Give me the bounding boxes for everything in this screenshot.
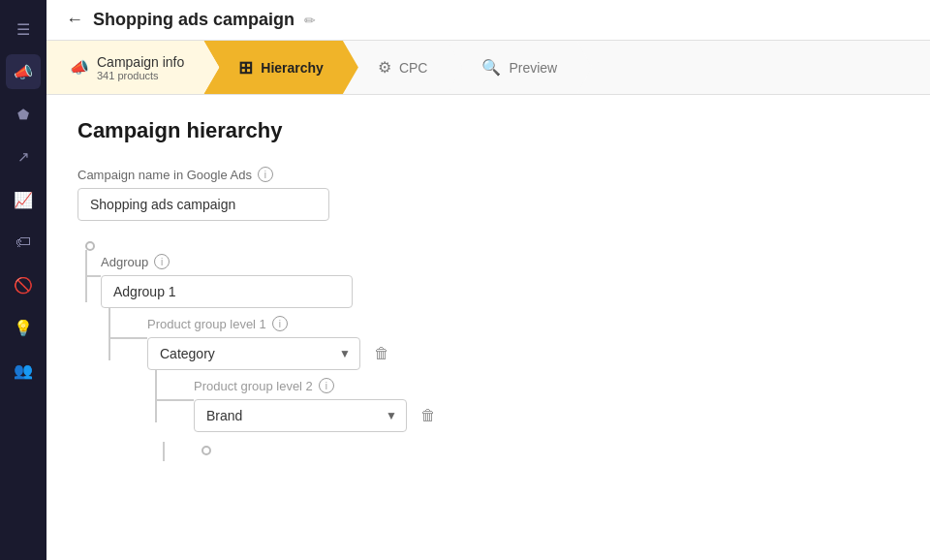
- product-group-1-select-wrapper: Category Brand Condition Item ID Product…: [147, 337, 360, 370]
- campaign-info-sublabel: 341 products: [97, 70, 184, 81]
- main-panel: ← Shopping ads campaign ✏ 📣 Campaign inf…: [46, 0, 930, 560]
- tab-preview[interactable]: 🔍 Preview: [447, 41, 592, 94]
- campaign-name-label: Campaign name in Google Ads i: [78, 167, 899, 182]
- block-icon: 🚫: [14, 276, 33, 295]
- product-group-1-section: Product group level 1 i Category Brand C…: [147, 316, 899, 459]
- product-group-2-select[interactable]: Brand Category Condition Item ID Product…: [194, 399, 407, 432]
- hierarchy-tree: Adgroup i Product group level 1 i: [78, 236, 899, 459]
- campaign-name-input[interactable]: [78, 188, 329, 221]
- menu-icon: ☰: [16, 20, 30, 39]
- chart-icon: 📈: [14, 191, 33, 209]
- lightbulb-icon: 💡: [14, 319, 33, 337]
- users-icon: 👥: [14, 361, 33, 380]
- product-group-2-delete-button[interactable]: 🗑: [415, 402, 442, 429]
- product-group-1-row: Category Brand Condition Item ID Product…: [147, 337, 899, 370]
- adgroup-section: Adgroup i Product group level 1 i: [101, 254, 899, 459]
- wizard-tabs: 📣 Campaign info 341 products ⊞ Hierarchy…: [46, 41, 930, 95]
- share-icon: ↗: [17, 148, 30, 166]
- sidebar-item-tags[interactable]: 🏷: [6, 225, 41, 260]
- cpc-icon: ⚙: [378, 58, 391, 77]
- pg3-hint: [194, 442, 899, 459]
- back-button[interactable]: ←: [66, 10, 83, 30]
- tab-hierarchy[interactable]: ⊞ Hierarchy: [203, 41, 358, 94]
- preview-icon: 🔍: [481, 58, 501, 77]
- adgroup-info-icon[interactable]: i: [154, 254, 170, 269]
- adgroup-label-row: Adgroup i: [101, 254, 899, 269]
- sidebar-item-share[interactable]: ↗: [6, 140, 41, 174]
- edit-title-button[interactable]: ✏: [304, 13, 316, 28]
- megaphone-icon: 📣: [14, 63, 33, 81]
- product-group-1-label-row: Product group level 1 i: [147, 316, 899, 331]
- pg2-info-icon[interactable]: i: [319, 378, 334, 393]
- preview-label: Preview: [509, 60, 557, 76]
- trash-icon-2: 🗑: [420, 407, 436, 424]
- tab-cpc[interactable]: ⚙ CPC: [343, 41, 463, 94]
- cpc-label: CPC: [399, 60, 428, 76]
- sidebar-item-campaigns[interactable]: 📣: [6, 54, 41, 89]
- pencil-icon: ✏: [304, 13, 316, 28]
- page-title: Shopping ads campaign: [93, 10, 294, 30]
- campaign-name-info-icon[interactable]: i: [258, 167, 273, 182]
- product-group-2-row: Brand Category Condition Item ID Product…: [194, 399, 899, 432]
- product-group-1-select[interactable]: Category Brand Condition Item ID Product…: [147, 337, 360, 370]
- page-header: ← Shopping ads campaign ✏: [46, 0, 930, 41]
- sidebar-item-exclusions[interactable]: 🚫: [6, 267, 41, 302]
- adgroup-input[interactable]: [101, 275, 353, 308]
- tab-campaign-info[interactable]: 📣 Campaign info 341 products: [46, 41, 219, 94]
- product-group-2-section: Product group level 2 i Brand Category C…: [194, 378, 899, 459]
- sidebar-item-insights[interactable]: 💡: [6, 310, 41, 345]
- sidebar-item-analytics[interactable]: 📈: [6, 182, 41, 217]
- pg1-info-icon[interactable]: i: [272, 316, 288, 331]
- sidebar: ☰ 📣 ⬟ ↗ 📈 🏷 🚫 💡 👥: [0, 0, 46, 560]
- campaign-name-section: Campaign name in Google Ads i: [78, 167, 899, 221]
- section-title: Campaign hierarchy: [78, 118, 899, 143]
- hierarchy-icon: ⊞: [238, 57, 253, 78]
- hierarchy-label: Hierarchy: [261, 60, 324, 76]
- sidebar-item-users[interactable]: 👥: [6, 353, 41, 388]
- trash-icon: 🗑: [374, 345, 389, 362]
- back-arrow-icon: ←: [66, 10, 83, 29]
- product-group-1-delete-button[interactable]: 🗑: [368, 340, 395, 367]
- product-group-2-label-row: Product group level 2 i: [194, 378, 899, 393]
- sidebar-item-menu[interactable]: ☰: [6, 12, 41, 47]
- campaign-info-label: Campaign info: [97, 54, 184, 70]
- product-group-2-select-wrapper: Brand Category Condition Item ID Product…: [194, 399, 407, 432]
- content-area: Campaign hierarchy Campaign name in Goog…: [46, 95, 930, 560]
- campaign-info-icon: 📣: [70, 58, 89, 77]
- tag-icon: 🏷: [16, 233, 31, 251]
- sidebar-item-database[interactable]: ⬟: [6, 97, 41, 132]
- database-icon: ⬟: [17, 107, 29, 122]
